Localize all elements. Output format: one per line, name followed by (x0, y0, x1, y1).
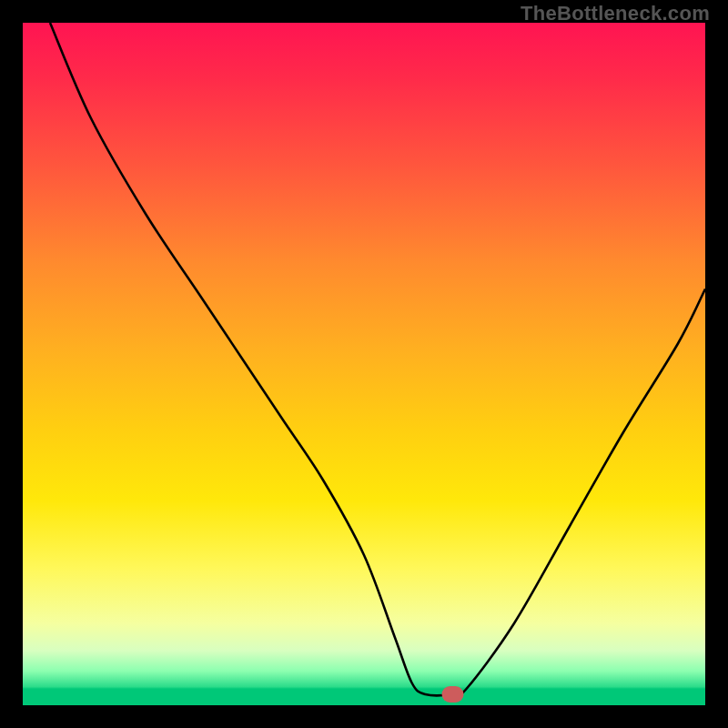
bottleneck-curve (50, 23, 705, 696)
watermark-text: TheBottleneck.com (521, 2, 710, 25)
minimum-marker (442, 686, 464, 703)
curve-layer (23, 23, 705, 705)
plot-area (23, 23, 705, 705)
chart-frame: TheBottleneck.com (0, 0, 728, 728)
